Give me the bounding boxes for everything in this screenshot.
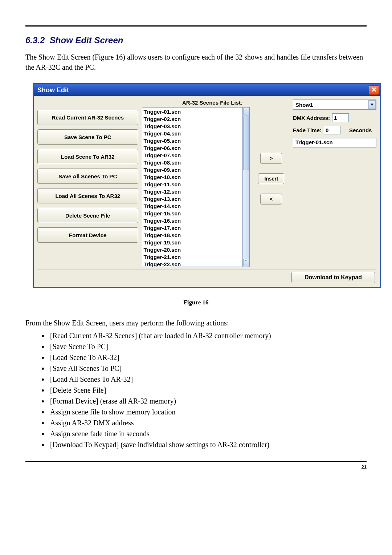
- save-all-scenes-to-pc-button[interactable]: Save All Scenes To PC: [37, 169, 138, 184]
- list-item[interactable]: Trigger-13.scn: [144, 195, 242, 203]
- close-icon[interactable]: ✕: [369, 85, 379, 95]
- list-item[interactable]: Trigger-04.scn: [144, 130, 242, 137]
- top-rule: [25, 25, 367, 27]
- scroll-track[interactable]: [243, 116, 249, 259]
- download-to-keypad-button[interactable]: Download to Keypad: [291, 272, 375, 283]
- page-number: 21: [25, 462, 367, 470]
- list-item[interactable]: Trigger-12.scn: [144, 188, 242, 195]
- actions-intro: From the Show Edit Screen, users may per…: [25, 318, 367, 328]
- read-current-scenes-button[interactable]: Read Current AR-32 Scenes: [37, 110, 138, 125]
- list-item[interactable]: Trigger-11.scn: [144, 181, 242, 188]
- scroll-down-icon[interactable]: ˅: [243, 259, 249, 266]
- list-item: [Load Scene To AR-32]: [49, 352, 367, 363]
- load-scene-to-ar32-button[interactable]: Load Scene To AR32: [37, 149, 138, 164]
- actions-list: [Read Current AR-32 Scenes] (that are lo…: [25, 330, 367, 450]
- figure-caption: Figure 16: [25, 299, 367, 306]
- fade-time-input[interactable]: [324, 126, 340, 134]
- show-select-value: Show1: [295, 102, 313, 108]
- list-item[interactable]: Trigger-22.scn: [144, 261, 242, 267]
- section-heading: 6.3.2 Show Edit Screen: [25, 35, 367, 45]
- list-item: [Delete Scene File]: [49, 385, 367, 396]
- scrollbar[interactable]: ˄ ˅: [242, 107, 250, 267]
- list-item[interactable]: Trigger-17.scn: [144, 224, 242, 232]
- list-item[interactable]: Trigger-20.scn: [144, 246, 242, 254]
- show-select[interactable]: Show1 ▼: [293, 100, 376, 110]
- list-item[interactable]: Trigger-03.scn: [144, 123, 242, 130]
- list-item[interactable]: Trigger-01.scn: [144, 108, 242, 116]
- remove-from-show-button[interactable]: <: [260, 194, 282, 204]
- list-item[interactable]: Trigger-21.scn: [144, 254, 242, 261]
- dialog-body: Read Current AR-32 Scenes Save Scene To …: [34, 96, 380, 287]
- insert-button[interactable]: Insert: [258, 173, 284, 184]
- scroll-thumb[interactable]: [243, 116, 249, 170]
- list-item[interactable]: Trigger-05.scn: [144, 137, 242, 145]
- list-item: [Download To Keypad] (save individual sh…: [49, 439, 367, 450]
- list-item[interactable]: Trigger-09.scn: [144, 166, 242, 174]
- titlebar: Show Edit ✕: [34, 84, 380, 96]
- show-settings-column: Show1 ▼ DMX Address: Fade Time: Seconds: [293, 100, 376, 267]
- intro-paragraph: The Show Edit Screen (Figure 16) allows …: [25, 52, 367, 72]
- list-item[interactable]: Trigger-07.scn: [144, 152, 242, 159]
- dmx-address-input[interactable]: [332, 113, 349, 122]
- section-number: 6.3.2: [25, 35, 45, 45]
- list-item: Assign scene file to show memory locatio…: [49, 406, 367, 417]
- list-item: [Save Scene To PC]: [49, 341, 367, 352]
- window-title: Show Edit: [37, 86, 69, 94]
- scenes-list-label: AR-32 Scenes File List:: [142, 100, 250, 107]
- fade-time-label: Fade Time:: [293, 127, 322, 133]
- list-item[interactable]: Trigger-02.scn: [144, 116, 242, 123]
- dmx-address-label: DMX Address:: [293, 115, 330, 121]
- list-item[interactable]: Trigger-14.scn: [144, 203, 242, 210]
- list-item[interactable]: Trigger-18.scn: [144, 232, 242, 239]
- add-to-show-button[interactable]: >: [260, 153, 282, 164]
- list-item[interactable]: Trigger-19.scn: [144, 239, 242, 246]
- load-all-scenes-to-ar32-button[interactable]: Load All Scenes To AR32: [37, 188, 138, 203]
- transfer-buttons: > Insert <: [253, 131, 289, 226]
- list-item: [Save All Scenes To PC]: [49, 363, 367, 374]
- list-item: [Format Device] (erase all AR-32 memory): [49, 396, 367, 406]
- section-title-text: Show Edit Screen: [50, 35, 123, 45]
- fade-time-unit: Seconds: [349, 127, 372, 133]
- list-item: [Load All Scenes To AR-32]: [49, 374, 367, 385]
- list-item[interactable]: Trigger-10.scn: [144, 174, 242, 181]
- list-item[interactable]: Trigger-08.scn: [144, 159, 242, 166]
- list-item[interactable]: Trigger-06.scn: [144, 145, 242, 152]
- list-item: Assign AR-32 DMX address: [49, 417, 367, 428]
- format-device-button[interactable]: Format Device: [37, 227, 138, 243]
- dialog-footer: Download to Keypad: [37, 269, 376, 285]
- scroll-up-icon[interactable]: ˄: [243, 108, 249, 115]
- scenes-file-list[interactable]: Trigger-01.scn Trigger-02.scn Trigger-03…: [142, 107, 242, 267]
- show-edit-dialog: Show Edit ✕ Read Current AR-32 Scenes Sa…: [33, 83, 381, 288]
- delete-scene-file-button[interactable]: Delete Scene File: [37, 208, 138, 223]
- status-bar: [39, 272, 291, 283]
- chevron-down-icon[interactable]: ▼: [368, 100, 376, 109]
- left-button-column: Read Current AR-32 Scenes Save Scene To …: [37, 100, 138, 267]
- scenes-list-column: AR-32 Scenes File List: Trigger-01.scn T…: [142, 100, 250, 267]
- list-item[interactable]: Trigger-15.scn: [144, 210, 242, 217]
- figure-16: Show Edit ✕ Read Current AR-32 Scenes Sa…: [33, 83, 367, 288]
- list-item: [Read Current AR-32 Scenes] (that are lo…: [49, 330, 367, 341]
- fade-time-row: Fade Time: Seconds: [293, 126, 376, 134]
- dmx-address-row: DMX Address:: [293, 113, 376, 122]
- save-scene-to-pc-button[interactable]: Save Scene To PC: [37, 129, 138, 145]
- assigned-scene-field[interactable]: Trigger-01.scn: [293, 138, 376, 147]
- list-item: Assign scene fade time in seconds: [49, 428, 367, 439]
- list-item[interactable]: Trigger-16.scn: [144, 217, 242, 224]
